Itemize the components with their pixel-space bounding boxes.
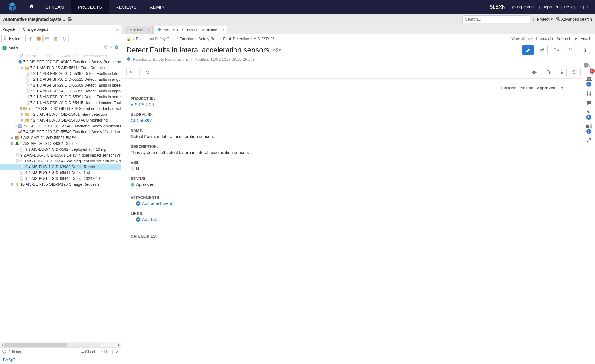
breadcrumb-item[interactable]: Functional Safety Co...	[136, 37, 175, 41]
filter-icon[interactable]	[26, 35, 34, 42]
help-link[interactable]: Help	[564, 5, 572, 9]
tree-node[interactable]: ⊞7.4 AIS-SET-220 GID-55549 Functional Sa…	[0, 129, 121, 135]
tree-node[interactable]: ⊞7.2.3 AIS-FLD-34 GID-55401 Infant detec…	[0, 111, 121, 117]
nav-stream[interactable]: STREAM	[39, 0, 71, 14]
tree-scrollbar[interactable]: ◂ ⋮⋮⋮ ▸	[0, 342, 121, 347]
tree-toggle-icon[interactable]: ⊞	[20, 107, 22, 110]
edit-button[interactable]	[522, 45, 534, 55]
clipboard-icon[interactable]	[52, 35, 60, 42]
tree-node[interactable]: 7.2.1.3 AIS-FSR-29 GID-55509 Detect Faul…	[0, 82, 121, 88]
refresh-button[interactable]	[143, 68, 152, 76]
email-link[interactable]: Email	[581, 37, 590, 41]
tree-node[interactable]: 9.4 AIS-BUG-7 GID-63989 Defect Report	[0, 164, 121, 170]
rail-comments[interactable]	[586, 101, 592, 106]
explorer-button[interactable]: Explorer	[1, 35, 26, 42]
copy-button[interactable]	[569, 68, 578, 76]
tree-node[interactable]: 7.1 AIS-TXT-50 GID-55410 ASIL Decomposit…	[0, 53, 121, 59]
subscribe-menu[interactable]: Subscribe ▾	[557, 37, 577, 41]
rail-verify[interactable]: V 5	[586, 124, 592, 134]
tree-node[interactable]: 9.1 AIS-BUG-4 GID-35827 deployed at < 10…	[0, 146, 121, 152]
expand-collapse-button[interactable]	[126, 68, 136, 76]
nav-projects[interactable]: PROJECTS	[71, 0, 109, 14]
tree-node[interactable]: ⊞8 AIS-CMP-51 GID-55551 FMEA	[0, 135, 121, 141]
search-input[interactable]	[462, 15, 530, 23]
home-icon[interactable]	[25, 4, 39, 10]
rail-versions[interactable]: 1 5	[585, 64, 592, 72]
tree-node[interactable]: ⊟7.2.1 AIS-FLD-35 GID-55414 Fault Detect…	[0, 65, 121, 71]
tab-item[interactable]: AIS-FSR-26:Detect Faults in late... ✕	[155, 26, 227, 34]
tree-node[interactable]: ⊞10 AIS-SET-185 GID-34120 Change Request…	[0, 181, 121, 187]
tag-icon[interactable]	[61, 35, 69, 42]
close-icon[interactable]: ✕	[147, 28, 150, 32]
tree-node[interactable]: 9.2 AIS-BUG-5 GID-55541 Delay in dual im…	[0, 152, 121, 158]
locked-items-link[interactable]: View all locked items (0)	[511, 37, 553, 41]
tree-node[interactable]: 7.2.1.6 AIS-FSR-28 GID-55415 Handle dete…	[0, 100, 121, 106]
add-circle-button[interactable]: ▾	[529, 68, 541, 76]
tree-toggle-icon[interactable]: ⊟	[15, 60, 17, 64]
project-id-link[interactable]: AIS-FSR-26	[131, 102, 352, 107]
rail-review[interactable]	[586, 91, 591, 96]
transition-select[interactable]: Transition Item from Approved... ▾	[495, 83, 567, 93]
search-scope-select[interactable]: Project ▾	[537, 17, 553, 21]
tree-node[interactable]: 9.3 AIS-BUG-6 GID-55542 Warning light di…	[0, 158, 121, 164]
reports-menu[interactable]: Reports ▾	[542, 5, 558, 9]
breadcrumb-item[interactable]: AIS-FSR-26	[254, 37, 274, 41]
collapse-sidebar-icon[interactable]: «	[116, 27, 119, 32]
project-menu[interactable]: Project▾	[2, 27, 16, 32]
add-plus-icon[interactable]: +	[2, 46, 7, 50]
rail-users[interactable]: 2	[586, 76, 592, 87]
tree-node[interactable]: ⊞7.2.2 AIS-FLD-32 GID-55399 Speed depend…	[0, 106, 121, 111]
breadcrumb-item[interactable]: Functional Safety Re...	[179, 37, 218, 41]
tree-toggle-icon[interactable]: ⊞	[20, 118, 23, 122]
tree-toggle-icon[interactable]: ⊟	[20, 66, 23, 69]
arrows-icon[interactable]: ⇵	[110, 45, 112, 50]
tree-toggle-icon[interactable]: ⊞	[20, 113, 23, 116]
tag-add-icon[interactable]	[2, 350, 6, 354]
breadcrumb-item[interactable]: Fault Detection	[223, 37, 249, 41]
tree-toggle-icon[interactable]: ⊞	[10, 136, 14, 139]
add-menu[interactable]: Add ▾	[9, 46, 18, 50]
rail-activity[interactable]: 30	[586, 110, 592, 120]
tree-node[interactable]: 7.2.1.1 AIS-FSR-26 GID-55397 Detect Faul…	[0, 71, 121, 76]
tree-toggle-icon[interactable]: ⊞	[15, 130, 17, 134]
user-name-link[interactable]: youngseon kim	[512, 5, 537, 9]
tree-toggle-icon[interactable]: ⊞	[15, 124, 17, 128]
panel-icon[interactable]	[43, 35, 51, 42]
cloud-link[interactable]: ☁ Cloud	[81, 350, 95, 354]
tab-learn-more[interactable]: Learn more ✕	[124, 26, 153, 34]
help-icon[interactable]: ?	[114, 45, 119, 50]
gear-icon[interactable]	[104, 45, 108, 50]
nav-admin[interactable]: ADMIN	[143, 0, 171, 14]
tree-node[interactable]: 7.2.1.4 AIS-FSR-24 GID-55395 Detect Faul…	[0, 88, 121, 94]
advanced-search-link[interactable]: Advanced search	[556, 17, 592, 22]
rail-collapse[interactable]	[587, 138, 591, 142]
add-attachment-link[interactable]: + Add attachment...	[136, 201, 352, 206]
tree-node[interactable]: ⊞7.3 AIS-SET-219 GID-55548 Functional Sa…	[0, 123, 121, 129]
multi-window-icon[interactable]	[68, 17, 72, 22]
export-button[interactable]: ▾	[551, 45, 562, 55]
tree-toggle-icon[interactable]: ⊞	[10, 183, 14, 186]
logout-link[interactable]: Log Out	[577, 5, 591, 9]
tree-node[interactable]: 9.5 AIS-BUG-8 GID-65911 Defect find	[0, 170, 121, 176]
tree-node[interactable]: ⊟7.2 AIS-SET-207 GID-49402 Functional Sa…	[0, 59, 121, 65]
delete-button[interactable]	[579, 45, 590, 55]
global-id-link[interactable]: GID-55397	[131, 118, 352, 123]
share-button[interactable]	[537, 45, 548, 55]
tree-node[interactable]: ⊞7.2.4 AIS-FLD-33 GID-55400 ACU monitori…	[0, 117, 121, 123]
close-icon[interactable]: ✕	[222, 28, 225, 32]
tree-node[interactable]: 9.6 AIS-BUG-9 GID-69446 Defect 2024.0604	[0, 176, 121, 181]
link-button[interactable]	[557, 68, 567, 76]
expand-tag-icon[interactable]: ⤢	[116, 350, 119, 354]
nav-reviews[interactable]: REVIEWS	[109, 0, 143, 14]
list-link[interactable]: ≡ List	[101, 350, 110, 354]
bms-link[interactable]: BMS(0)	[3, 358, 16, 362]
add-tag-link[interactable]: Add tag	[8, 350, 21, 354]
lock-button[interactable]	[565, 45, 576, 55]
tree-node[interactable]: ⊟9 AIS-SET-80 GID-34004 Defects	[0, 141, 121, 146]
change-project-link[interactable]: Change project	[23, 27, 48, 32]
tree-node[interactable]: 7.2.1.5 AIS-FSR-20 GID-55391 Detect Faul…	[0, 94, 121, 100]
tree-toggle-icon[interactable]: ⊟	[10, 142, 14, 145]
document-button[interactable]: ▾	[543, 68, 555, 76]
add-link-link[interactable]: + Add link...	[136, 217, 352, 222]
calendar-icon[interactable]	[35, 35, 43, 42]
